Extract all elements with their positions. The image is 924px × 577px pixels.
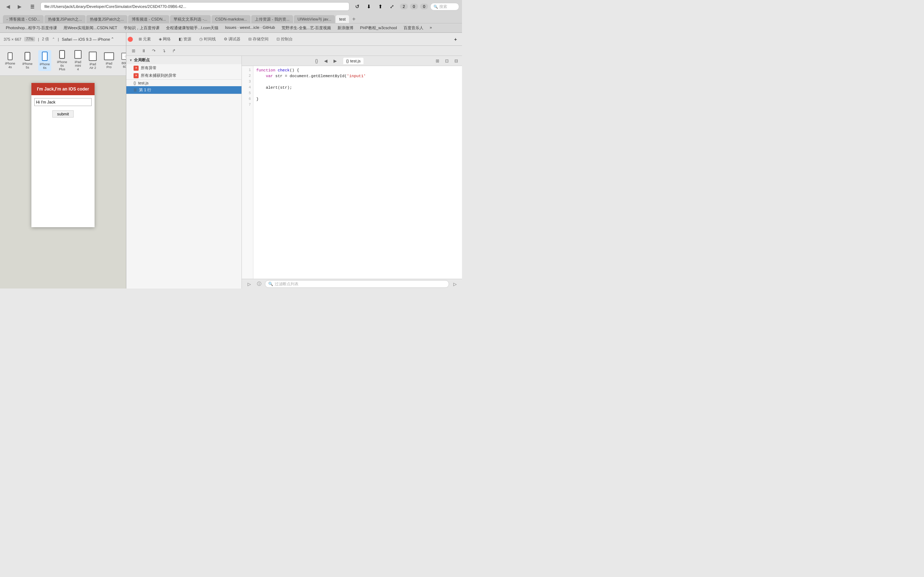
device-label: iPhone 4s [5,62,15,69]
tabs-container: - 博客频道 - CSD...热修复JSPatch之...热修复JSPatch之… [3,15,349,23]
bookmarks-container: Photoshop...程学习-百度传课用Weex实现新闻...CSDN.NET… [3,24,435,31]
reload-button[interactable]: ↺ [352,2,362,11]
browser-tab[interactable]: - 博客频道 - CSD... [3,15,44,23]
global-breakpoints-section: ▼ 全局断点 ✕ 所有异常 ✕ 所有未捕获到的异常 [126,56,241,80]
all-exceptions-item[interactable]: ✕ 所有异常 [126,64,241,72]
breakpoint-toggle[interactable]: ⊞ [129,47,138,55]
scale-chevron[interactable]: ⌃ [52,37,55,41]
back-button[interactable]: ◀ [3,2,13,11]
browser-tab[interactable]: 热修复JSPatch之... [86,15,128,23]
filter-icon: 🔍 [268,282,273,286]
device-icon-iphone-5s[interactable]: iPhone 5s [21,50,34,71]
browser-tab[interactable]: 上传资源 - 我的资... [251,15,293,23]
tab-label-时间线: 时间线 [204,36,216,42]
test-js-tab[interactable]: {} test.js [343,58,363,64]
device-icon-ipad-air-2[interactable]: iPad Air 2 [87,50,98,71]
uncaught-exceptions-label: 所有未捕获到的异常 [141,73,176,78]
tab-label-资源: 资源 [183,36,191,42]
uncaught-exceptions-item[interactable]: ✕ 所有未捕获到的异常 [126,72,241,79]
count1: 2 [403,4,405,9]
tab-add-button[interactable]: + [350,15,358,23]
inspector-tab-元素[interactable]: ⊞ 元素 [135,35,155,43]
download-button[interactable]: ⬇ [364,2,374,11]
ios-submit-button[interactable]: submit [52,110,73,118]
tab-icon-元素: ⊞ [139,37,142,42]
global-breakpoints-label: 全局断点 [134,57,150,63]
device-icon-iphone-4s[interactable]: iPhone 4s [3,51,16,70]
code-action-btn2[interactable]: ◀ [321,56,330,65]
inspector-subtoolbar: ⊞ ⏸ ↷ ↴ ↱ [126,46,462,56]
device-label: iPhone 5s [23,62,32,69]
code-action-btn3[interactable]: ▶ [331,56,340,65]
code-action-btn1[interactable]: {} [312,56,321,65]
global-breakpoints-header[interactable]: ▼ 全局断点 [126,56,241,64]
device-icon-iphone-6s[interactable]: iPhone 6s [38,50,51,71]
bookmark-item[interactable]: 全程通健康智能手...l.com天猫 [163,24,221,31]
bottom-next-btn[interactable]: ▷ [451,280,459,288]
share-button[interactable]: ⬆ [375,2,386,11]
bookmark-item[interactable]: 用Weex实现新闻...CSDN.NET [61,24,120,31]
exception-icon: ✕ [134,66,139,71]
ios-text-input[interactable] [34,98,92,106]
viewport-scale-badge: 77% [24,37,35,42]
inspector-add-button[interactable]: + [451,34,460,44]
inspector-tab-存储空间[interactable]: ⊟ 存储空间 [245,35,272,43]
device-icon-ipad-pro[interactable]: iPad Pro [102,51,115,70]
forward-button[interactable]: ▶ [15,2,24,11]
bookmark-item[interactable]: Issues · weext...icle · GitHub [222,24,278,31]
browser-top-bar: ◀ ▶ ☰ file:///Users/jack/Library/Develop… [0,0,462,13]
pause-button[interactable]: ⏸ [139,47,148,55]
right-panel: ⊞ 元素◈ 网络◧ 资源◷ 时间线⚙ 调试器⊟ 存储空间⊡ 控制台 + ⊞ ⏸ … [126,33,462,288]
inspector-close-button[interactable] [128,37,133,42]
code-editor: 1 2 3 4 5 6 7 function check() { var str… [242,66,462,279]
line1-breakpoint-item[interactable]: ☰ 第 1 行 [126,86,241,94]
browser-tab[interactable]: 热修复JSPatch之... [44,15,86,23]
step-into-button[interactable]: ↴ [160,47,168,55]
line1-label: 第 1 行 [139,87,151,93]
tabs-bar: - 博客频道 - CSD...热修复JSPatch之...热修复JSPatch之… [0,13,462,23]
line-icon: ☰ [134,88,137,92]
ios-page-header: I'm Jack,I'm an IOS coder [31,83,95,95]
tab-action3[interactable]: ⊟ [452,56,460,65]
inspector-tab-控制台[interactable]: ⊡ 控制台 [273,35,296,43]
simulated-page-area: I'm Jack,I'm an IOS coder submit [0,76,126,288]
bottom-info-btn[interactable]: ⓘ [255,280,263,288]
inspector-tabs-container: ⊞ 元素◈ 网络◧ 资源◷ 时间线⚙ 调试器⊟ 存储空间⊡ 控制台 [135,35,296,43]
browser-tab[interactable]: test [336,15,349,23]
step-over-button[interactable]: ↷ [149,47,158,55]
browser-tab[interactable]: UIWebView与 jav... [294,15,335,23]
inspector-tab-资源[interactable]: ◧ 资源 [175,35,195,43]
nav-buttons: ◀ ▶ [3,2,24,11]
code-content[interactable]: function check() { var str = document.ge… [254,66,462,279]
separator2: | [58,37,59,42]
ios-input-row [31,95,95,109]
inspector-tab-调试器[interactable]: ⚙ 调试器 [220,35,244,43]
bookmark-item[interactable]: 学知识，上百度传课 [121,24,162,31]
file-icon: {}​ [134,81,136,85]
device-icon-iphone-6s-plus[interactable]: iPhone 6s Plus [56,49,69,73]
filter-input[interactable]: 🔍 过滤断点列表 [265,280,449,288]
browser-tab[interactable]: 博客频道 - CSDN... [128,15,169,23]
device-dropdown[interactable]: Safari — iOS 9.3 — iPhone ⌃ [62,37,114,42]
device-icon-800-×-600[interactable]: ⊙800 × 600 [120,51,126,70]
browser-tab[interactable]: CSDN-markdow... [212,15,250,23]
url-bar[interactable]: file:///Users/jack/Library/Developer/Cor… [40,2,349,11]
test-js-file-item[interactable]: {}​ test.js [126,80,241,86]
bookmark-item[interactable]: Photoshop...程学习-百度传课 [3,24,60,31]
bookmark-item[interactable]: 新浪微博 [334,24,356,31]
inspector-tab-时间线[interactable]: ◷ 时间线 [195,35,220,43]
bottom-action-left[interactable]: ▷ [245,280,254,288]
tab-action1[interactable]: ⊞ [433,56,442,65]
browser-tab[interactable]: 苹稿文文系列选 -... [170,15,211,23]
bookmark-item[interactable]: » [427,24,435,31]
fullscreen-button[interactable]: ⤢ [387,2,397,11]
bookmark-item[interactable]: 荒野求生-全集...艺-百度视频 [279,24,334,31]
sidebar-button[interactable]: ☰ [27,2,37,11]
bookmark-item[interactable]: PHP教程_w3cschool [357,24,399,31]
tab-icon-存储空间: ⊟ [248,37,252,42]
bookmark-item[interactable]: 百度音乐人 [401,24,426,31]
step-out-button[interactable]: ↱ [170,47,178,55]
tab-action2[interactable]: ⊡ [443,56,451,65]
device-icon-ipad-mini-4[interactable]: iPad mini 4 [73,49,83,73]
inspector-tab-网络[interactable]: ◈ 网络 [155,35,174,43]
